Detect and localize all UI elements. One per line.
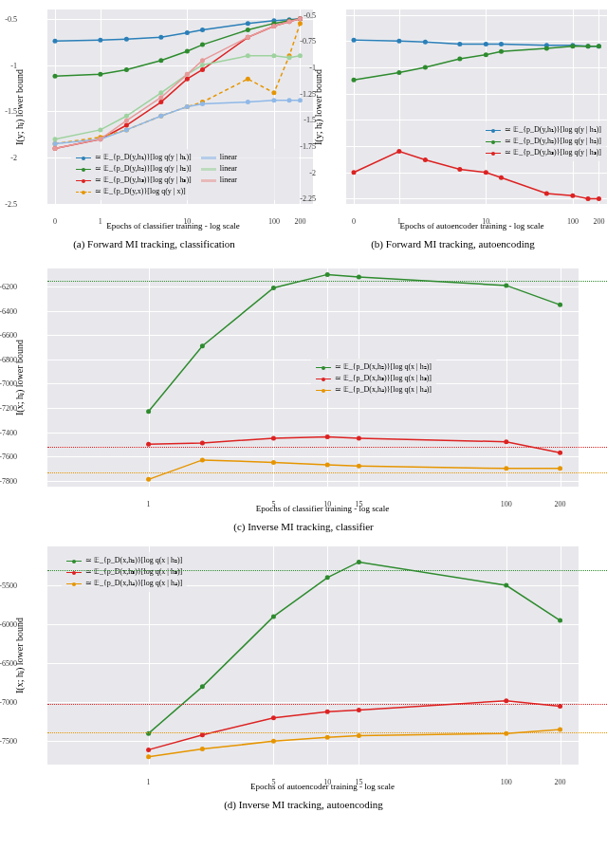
svg-point-127 — [558, 619, 562, 623]
legend-a: ≃ 𝔼_{p_D(y,h₁)}[log q(y | h₁)]≃ 𝔼_{p_D(y… — [71, 149, 299, 200]
svg-point-122 — [200, 684, 205, 689]
svg-point-82 — [423, 65, 428, 69]
svg-point-0 — [53, 39, 58, 44]
svg-point-99 — [597, 196, 601, 201]
svg-point-51 — [98, 127, 102, 132]
svg-point-93 — [457, 167, 462, 172]
xlabel-d: Epochs of autoencoder training - log sca… — [47, 782, 598, 791]
svg-point-65 — [200, 58, 205, 63]
svg-point-81 — [396, 70, 401, 75]
plot-area-c: I(x; hⱼ) lower bound -6200-6400-6600-680… — [47, 268, 579, 487]
svg-point-139 — [357, 733, 361, 738]
svg-point-130 — [271, 715, 276, 720]
ylabel-b: I(y; hⱼ) lower bound — [313, 68, 323, 144]
svg-point-71 — [396, 39, 401, 44]
svg-point-55 — [200, 63, 205, 67]
svg-point-94 — [484, 170, 488, 175]
svg-point-80 — [352, 78, 357, 83]
svg-point-70 — [352, 38, 357, 43]
plot-area-a: I(y; hⱼ) lower bound -0.5-1-1.5-2-2.5 01… — [47, 9, 313, 204]
svg-point-90 — [352, 170, 357, 175]
svg-point-23 — [158, 100, 163, 104]
svg-point-128 — [146, 748, 151, 752]
svg-point-114 — [146, 477, 151, 482]
svg-point-2 — [124, 37, 129, 42]
svg-point-112 — [504, 439, 508, 444]
svg-point-67 — [271, 24, 276, 28]
svg-point-137 — [271, 739, 276, 744]
svg-point-53 — [158, 90, 163, 95]
svg-point-37 — [271, 90, 276, 95]
svg-point-89 — [597, 44, 601, 48]
svg-point-46 — [246, 100, 250, 104]
svg-point-83 — [457, 57, 462, 62]
svg-point-56 — [246, 53, 250, 58]
svg-point-108 — [200, 441, 205, 446]
svg-point-124 — [325, 575, 330, 580]
svg-point-131 — [325, 710, 330, 714]
svg-point-118 — [357, 464, 361, 469]
svg-point-84 — [484, 52, 488, 57]
svg-point-123 — [271, 614, 276, 619]
svg-point-58 — [287, 55, 292, 60]
svg-point-4 — [185, 30, 190, 35]
xlabel-c: Epochs of classifier training - log scal… — [47, 504, 598, 513]
svg-point-59 — [298, 53, 303, 58]
svg-point-74 — [484, 42, 488, 46]
xlabel-a: Epochs of classifier training - log scal… — [47, 221, 299, 231]
svg-point-88 — [586, 44, 591, 48]
svg-point-16 — [246, 28, 250, 32]
caption-b: (b) Forward MI tracking, autoencoding — [308, 238, 598, 249]
svg-point-109 — [271, 435, 276, 440]
svg-point-66 — [246, 35, 250, 40]
svg-point-64 — [185, 72, 190, 77]
svg-point-61 — [98, 137, 102, 141]
svg-point-106 — [558, 303, 562, 307]
svg-point-25 — [200, 67, 205, 72]
svg-point-36 — [246, 77, 250, 82]
svg-point-115 — [200, 457, 205, 462]
svg-point-62 — [124, 119, 129, 123]
caption-d: (d) Inverse MI tracking, autoencoding — [9, 799, 598, 810]
svg-point-133 — [504, 698, 508, 703]
svg-point-69 — [298, 16, 303, 21]
xlabel-b: Epochs of autoencoder training - log sca… — [346, 221, 598, 231]
svg-point-75 — [499, 42, 504, 46]
svg-point-52 — [124, 114, 129, 119]
svg-point-47 — [271, 98, 276, 102]
chart-d: I(x; hⱼ) lower bound -5500-6000-6500-700… — [9, 546, 598, 810]
svg-point-103 — [325, 272, 330, 277]
svg-point-100 — [146, 409, 151, 414]
svg-point-15 — [200, 43, 205, 47]
svg-point-68 — [287, 19, 292, 24]
svg-point-126 — [504, 583, 508, 588]
svg-point-63 — [158, 95, 163, 100]
svg-point-22 — [124, 123, 129, 128]
svg-point-132 — [357, 708, 361, 712]
svg-point-110 — [325, 434, 330, 439]
svg-point-113 — [558, 451, 562, 455]
svg-point-136 — [200, 747, 205, 751]
svg-point-96 — [544, 191, 549, 195]
svg-point-60 — [53, 146, 58, 151]
svg-point-42 — [124, 127, 129, 132]
svg-point-10 — [53, 74, 58, 79]
svg-point-98 — [586, 196, 591, 201]
svg-point-13 — [158, 58, 163, 63]
legend-c: ≃ 𝔼_{p_D(x,h₂)}[log q(x | h₂)]≃ 𝔼_{p_D(x… — [311, 359, 436, 398]
svg-point-24 — [185, 77, 190, 82]
svg-point-135 — [146, 754, 151, 759]
svg-point-5 — [200, 28, 205, 32]
svg-point-40 — [53, 141, 58, 146]
svg-point-91 — [396, 149, 401, 154]
svg-point-85 — [499, 49, 504, 54]
svg-point-49 — [298, 98, 303, 102]
svg-point-129 — [200, 732, 205, 737]
plot-area-d: I(x; hⱼ) lower bound -5500-6000-6500-700… — [47, 546, 579, 765]
svg-point-14 — [185, 48, 190, 53]
svg-point-73 — [457, 42, 462, 46]
svg-point-105 — [504, 283, 508, 287]
svg-point-87 — [570, 44, 575, 48]
svg-point-43 — [158, 114, 163, 119]
svg-point-12 — [124, 67, 129, 72]
